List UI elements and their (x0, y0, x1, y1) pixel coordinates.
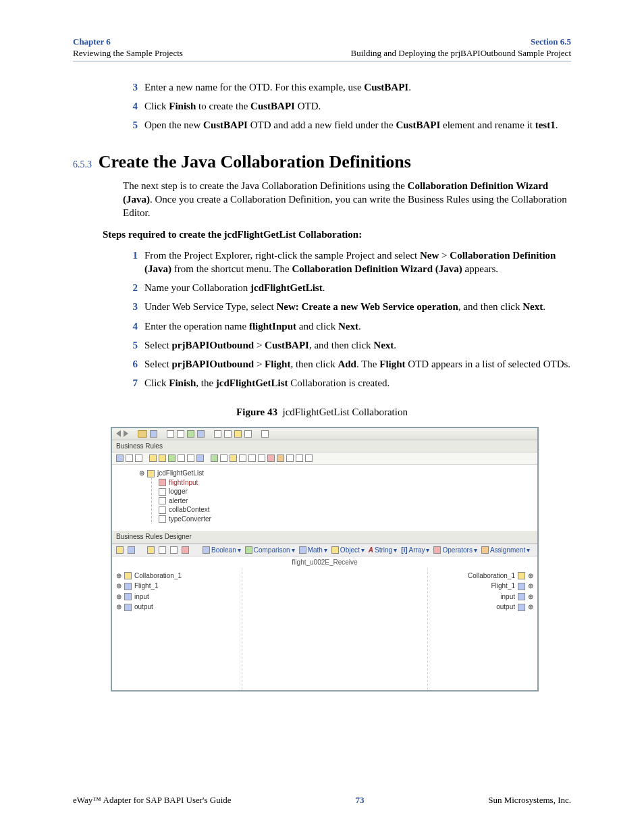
designer-center-label: flight_u002E_Receive (112, 556, 537, 569)
tree-node[interactable]: flightInput (159, 478, 529, 488)
toolbar-icon[interactable] (197, 430, 205, 438)
toolbar-icon[interactable] (230, 454, 237, 462)
toolbar-icon[interactable] (167, 430, 174, 438)
delete-icon[interactable] (182, 546, 189, 554)
warning-icon[interactable] (277, 454, 284, 462)
save-icon[interactable] (150, 430, 157, 438)
intro-step-list: 3 Enter a new name for the OTD. For this… (123, 80, 571, 132)
mapper-node[interactable]: output⊕ (432, 602, 533, 612)
page-header: Chapter 6 Reviewing the Sample Projects … (73, 36, 571, 59)
tree-node[interactable]: collabContext (159, 505, 529, 515)
mapper-node[interactable]: ⊕output (116, 602, 238, 612)
node-icon (518, 583, 525, 590)
node-icon (124, 604, 132, 611)
mapper-node-label: Collaboration_1 (468, 571, 515, 581)
toolbar-icon[interactable] (214, 430, 221, 438)
toolbar-icon[interactable] (159, 546, 166, 554)
expand-icon[interactable]: ⊕ (528, 592, 533, 602)
menu-array[interactable]: [i]Array ▾ (401, 546, 429, 555)
expand-icon[interactable]: ⊕ (116, 592, 122, 602)
toolbar-icon[interactable] (187, 430, 194, 438)
expand-icon[interactable]: ⊕ (528, 571, 533, 581)
menu-assignment[interactable]: Assignment ▾ (481, 546, 530, 555)
menu-math[interactable]: Math ▾ (299, 546, 327, 555)
toolbar-icon[interactable] (220, 454, 227, 462)
mapper-node[interactable]: ⊕Flight_1 (116, 581, 238, 591)
toolbar-icon[interactable] (196, 454, 204, 462)
toolbar-icon[interactable] (149, 454, 157, 462)
toolbar-icon[interactable] (187, 454, 194, 462)
toolbar-icon[interactable] (168, 454, 176, 462)
toolbar-icon[interactable] (244, 430, 252, 438)
toolbar-icon[interactable] (286, 454, 294, 462)
page: Chapter 6 Reviewing the Sample Projects … (0, 0, 644, 834)
list-item: 3 Enter a new name for the OTD. For this… (123, 80, 571, 94)
expand-icon[interactable]: ⊕ (116, 581, 122, 591)
expand-icon[interactable]: ⊕ (528, 581, 533, 591)
node-icon (124, 593, 132, 600)
footer-left: eWay™ Adapter for SAP BAPI User's Guide (73, 795, 232, 806)
tree-node[interactable]: logger (159, 487, 529, 496)
toolbar-icon[interactable] (147, 546, 155, 554)
expand-icon[interactable]: ⊕ (116, 602, 122, 612)
toolbar-icon[interactable] (296, 454, 303, 462)
list-item: 7 Click Finish, the jcdFlightGetList Col… (123, 376, 571, 390)
toolbar-icon[interactable] (305, 454, 313, 462)
mapper-node[interactable]: Collaboration_1⊕ (432, 571, 533, 581)
node-icon (518, 593, 525, 600)
toolbar-icon[interactable] (170, 546, 178, 554)
magnifier-icon[interactable] (135, 454, 142, 462)
mapper-node[interactable]: input⊕ (432, 592, 533, 602)
gear-icon (518, 572, 525, 579)
toolbar-icon[interactable] (116, 454, 124, 462)
toolbar-icon[interactable] (258, 454, 265, 462)
toolbar-icon[interactable] (261, 430, 269, 438)
designer-canvas[interactable] (242, 569, 428, 690)
step-text: Open the new CustBAPI OTD and add a new … (144, 118, 571, 132)
step-number: 5 (123, 338, 138, 352)
gear-icon (124, 572, 132, 579)
toolbar-icon[interactable] (126, 454, 133, 462)
toolbar-icon[interactable] (234, 430, 242, 438)
nav-back-icon[interactable] (116, 430, 121, 437)
open-icon[interactable] (138, 430, 147, 438)
menu-operators[interactable]: Operators ▾ (433, 546, 477, 555)
tree-root[interactable]: ⊕jcdFlightGetList (139, 469, 529, 478)
operators-icon (433, 546, 441, 554)
toolbar-icon[interactable] (248, 454, 256, 462)
nav-forward-icon[interactable] (124, 430, 128, 437)
mapper-node[interactable]: ⊕Collaboration_1 (116, 571, 238, 581)
toolbar-icon[interactable] (178, 454, 185, 462)
section-heading: 6.5.3 Create the Java Collaboration Defi… (73, 150, 571, 174)
list-item: 3 Under Web Service Type, select New: Cr… (123, 300, 571, 313)
expand-icon[interactable]: ⊕ (139, 469, 144, 478)
toolbar-icon[interactable] (159, 454, 166, 462)
toolbar-icon[interactable] (224, 430, 232, 438)
expand-icon[interactable]: ⊕ (528, 602, 533, 612)
designer-panel-label: Business Rules Designer (112, 531, 537, 544)
toolbar-icon[interactable] (116, 546, 124, 554)
header-left: Chapter 6 Reviewing the Sample Projects (73, 36, 183, 59)
mapper-node[interactable]: Flight_1⊕ (432, 581, 533, 591)
toolbar-icon[interactable] (239, 454, 246, 462)
mapper-node-label: input (500, 592, 515, 602)
expand-icon[interactable]: ⊕ (116, 571, 122, 581)
tree-node[interactable]: alerter (159, 496, 529, 506)
menu-object[interactable]: Object ▾ (331, 546, 365, 555)
figure-caption: Figure 43 jcdFlightGetList Collaboration (73, 405, 571, 419)
menu-comparison[interactable]: Comparison ▾ (245, 546, 295, 555)
toolbar-icon[interactable] (267, 454, 275, 462)
step-text: Enter the operation name flightInput and… (144, 319, 571, 333)
toolbar-icon[interactable] (177, 430, 184, 438)
header-right: Section 6.5 Building and Deploying the p… (351, 36, 571, 59)
step-number: 6 (123, 357, 138, 371)
mapper-node[interactable]: ⊕input (116, 592, 238, 602)
math-icon (299, 546, 306, 554)
menu-string[interactable]: AString ▾ (369, 546, 397, 555)
toolbar-icon[interactable] (128, 546, 135, 554)
toolbar-icon[interactable] (211, 454, 218, 462)
list-item: 4 Enter the operation name flightInput a… (123, 319, 571, 333)
menu-boolean[interactable]: Boolean ▾ (203, 546, 241, 555)
string-icon: A (369, 546, 373, 555)
tree-node[interactable]: typeConverter (159, 515, 529, 524)
